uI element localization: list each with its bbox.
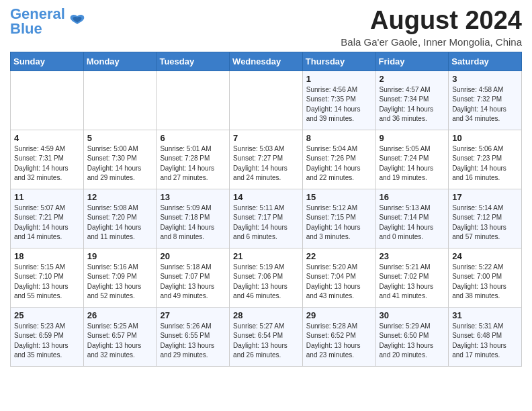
day-info: Sunrise: 5:08 AM Sunset: 7:20 PM Dayligh… (87, 203, 153, 242)
logo-bird-icon (68, 12, 87, 31)
calendar-cell: 7Sunrise: 5:03 AM Sunset: 7:27 PM Daylig… (230, 130, 303, 189)
day-info: Sunrise: 5:20 AM Sunset: 7:04 PM Dayligh… (306, 263, 372, 302)
day-number: 13 (160, 192, 226, 202)
weekday-header-wednesday: Wednesday (230, 52, 303, 71)
day-info: Sunrise: 5:00 AM Sunset: 7:30 PM Dayligh… (87, 144, 153, 183)
calendar-cell: 8Sunrise: 5:04 AM Sunset: 7:26 PM Daylig… (302, 130, 375, 189)
calendar-cell: 30Sunrise: 5:29 AM Sunset: 6:50 PM Dayli… (375, 307, 449, 366)
calendar-cell: 28Sunrise: 5:27 AM Sunset: 6:54 PM Dayli… (230, 307, 303, 366)
calendar-week-3: 11Sunrise: 5:07 AM Sunset: 7:21 PM Dayli… (11, 189, 522, 248)
calendar-cell: 3Sunrise: 4:58 AM Sunset: 7:32 PM Daylig… (449, 71, 522, 130)
day-info: Sunrise: 5:06 AM Sunset: 7:23 PM Dayligh… (452, 144, 518, 183)
day-info: Sunrise: 5:21 AM Sunset: 7:02 PM Dayligh… (380, 263, 445, 302)
day-number: 11 (14, 192, 80, 202)
day-number: 31 (452, 310, 518, 320)
day-info: Sunrise: 5:13 AM Sunset: 7:14 PM Dayligh… (380, 203, 445, 242)
calendar-week-2: 4Sunrise: 4:59 AM Sunset: 7:31 PM Daylig… (11, 130, 522, 189)
day-info: Sunrise: 4:57 AM Sunset: 7:34 PM Dayligh… (380, 85, 445, 124)
day-number: 30 (380, 310, 445, 320)
day-info: Sunrise: 5:18 AM Sunset: 7:07 PM Dayligh… (160, 263, 226, 302)
title-area: August 2024 Bala Ga'er Gaole, Inner Mong… (341, 7, 522, 48)
weekday-header-friday: Friday (375, 52, 449, 71)
day-number: 16 (380, 192, 445, 202)
day-info: Sunrise: 5:25 AM Sunset: 6:57 PM Dayligh… (87, 322, 153, 361)
calendar-cell: 9Sunrise: 5:05 AM Sunset: 7:24 PM Daylig… (375, 130, 449, 189)
calendar-cell: 2Sunrise: 4:57 AM Sunset: 7:34 PM Daylig… (375, 71, 449, 130)
day-number: 22 (306, 251, 372, 261)
calendar-cell (11, 71, 84, 130)
weekday-header-thursday: Thursday (302, 52, 375, 71)
calendar-cell (230, 71, 303, 130)
day-info: Sunrise: 5:22 AM Sunset: 7:00 PM Dayligh… (452, 263, 518, 302)
day-info: Sunrise: 5:29 AM Sunset: 6:50 PM Dayligh… (380, 322, 445, 361)
day-number: 17 (452, 192, 518, 202)
calendar-table: SundayMondayTuesdayWednesdayThursdayFrid… (10, 52, 522, 367)
day-info: Sunrise: 5:07 AM Sunset: 7:21 PM Dayligh… (14, 203, 80, 242)
calendar-cell: 17Sunrise: 5:14 AM Sunset: 7:12 PM Dayli… (449, 189, 522, 248)
weekday-header-saturday: Saturday (449, 52, 522, 71)
calendar-cell: 24Sunrise: 5:22 AM Sunset: 7:00 PM Dayli… (449, 248, 522, 307)
day-info: Sunrise: 4:58 AM Sunset: 7:32 PM Dayligh… (452, 85, 518, 124)
calendar-cell: 23Sunrise: 5:21 AM Sunset: 7:02 PM Dayli… (375, 248, 449, 307)
day-number: 28 (233, 310, 299, 320)
day-info: Sunrise: 5:09 AM Sunset: 7:18 PM Dayligh… (160, 203, 226, 242)
calendar-cell: 14Sunrise: 5:11 AM Sunset: 7:17 PM Dayli… (230, 189, 303, 248)
calendar-cell: 16Sunrise: 5:13 AM Sunset: 7:14 PM Dayli… (375, 189, 449, 248)
day-info: Sunrise: 5:01 AM Sunset: 7:28 PM Dayligh… (160, 144, 226, 183)
day-info: Sunrise: 4:59 AM Sunset: 7:31 PM Dayligh… (14, 144, 80, 183)
calendar-cell: 27Sunrise: 5:26 AM Sunset: 6:55 PM Dayli… (157, 307, 230, 366)
day-number: 19 (87, 251, 153, 261)
day-number: 18 (14, 251, 80, 261)
calendar-cell: 13Sunrise: 5:09 AM Sunset: 7:18 PM Dayli… (157, 189, 230, 248)
day-info: Sunrise: 5:15 AM Sunset: 7:10 PM Dayligh… (14, 263, 80, 302)
logo: General Blue (10, 7, 87, 36)
calendar-cell (157, 71, 230, 130)
day-info: Sunrise: 5:11 AM Sunset: 7:17 PM Dayligh… (233, 203, 299, 242)
calendar-week-1: 1Sunrise: 4:56 AM Sunset: 7:35 PM Daylig… (11, 71, 522, 130)
weekday-header-sunday: Sunday (11, 52, 84, 71)
calendar-week-4: 18Sunrise: 5:15 AM Sunset: 7:10 PM Dayli… (11, 248, 522, 307)
day-info: Sunrise: 5:16 AM Sunset: 7:09 PM Dayligh… (87, 263, 153, 302)
day-info: Sunrise: 5:27 AM Sunset: 6:54 PM Dayligh… (233, 322, 299, 361)
day-number: 7 (233, 133, 299, 143)
day-info: Sunrise: 5:26 AM Sunset: 6:55 PM Dayligh… (160, 322, 226, 361)
day-number: 15 (306, 192, 372, 202)
day-info: Sunrise: 5:05 AM Sunset: 7:24 PM Dayligh… (380, 144, 445, 183)
day-number: 21 (233, 251, 299, 261)
day-info: Sunrise: 5:03 AM Sunset: 7:27 PM Dayligh… (233, 144, 299, 183)
day-info: Sunrise: 5:23 AM Sunset: 6:59 PM Dayligh… (14, 322, 80, 361)
calendar-cell: 31Sunrise: 5:31 AM Sunset: 6:48 PM Dayli… (449, 307, 522, 366)
calendar-cell: 6Sunrise: 5:01 AM Sunset: 7:28 PM Daylig… (157, 130, 230, 189)
calendar-cell: 4Sunrise: 4:59 AM Sunset: 7:31 PM Daylig… (11, 130, 84, 189)
day-number: 3 (452, 74, 518, 84)
calendar-cell: 1Sunrise: 4:56 AM Sunset: 7:35 PM Daylig… (302, 71, 375, 130)
calendar-cell: 29Sunrise: 5:28 AM Sunset: 6:52 PM Dayli… (302, 307, 375, 366)
weekday-header-monday: Monday (83, 52, 157, 71)
calendar-cell: 10Sunrise: 5:06 AM Sunset: 7:23 PM Dayli… (449, 130, 522, 189)
day-info: Sunrise: 5:28 AM Sunset: 6:52 PM Dayligh… (306, 322, 372, 361)
day-number: 23 (380, 251, 445, 261)
day-info: Sunrise: 5:19 AM Sunset: 7:06 PM Dayligh… (233, 263, 299, 302)
calendar-cell: 19Sunrise: 5:16 AM Sunset: 7:09 PM Dayli… (83, 248, 157, 307)
day-number: 9 (380, 133, 445, 143)
calendar-cell: 18Sunrise: 5:15 AM Sunset: 7:10 PM Dayli… (11, 248, 84, 307)
logo-line2: Blue (10, 20, 42, 37)
day-info: Sunrise: 5:12 AM Sunset: 7:15 PM Dayligh… (306, 203, 372, 242)
weekday-header-row: SundayMondayTuesdayWednesdayThursdayFrid… (11, 52, 522, 71)
day-number: 24 (452, 251, 518, 261)
calendar-cell: 15Sunrise: 5:12 AM Sunset: 7:15 PM Dayli… (302, 189, 375, 248)
calendar-cell: 21Sunrise: 5:19 AM Sunset: 7:06 PM Dayli… (230, 248, 303, 307)
day-number: 26 (87, 310, 153, 320)
day-number: 1 (306, 74, 372, 84)
calendar-cell: 20Sunrise: 5:18 AM Sunset: 7:07 PM Dayli… (157, 248, 230, 307)
calendar-cell: 22Sunrise: 5:20 AM Sunset: 7:04 PM Dayli… (302, 248, 375, 307)
calendar-cell: 11Sunrise: 5:07 AM Sunset: 7:21 PM Dayli… (11, 189, 84, 248)
day-number: 25 (14, 310, 80, 320)
day-number: 29 (306, 310, 372, 320)
day-number: 5 (87, 133, 153, 143)
calendar-subtitle: Bala Ga'er Gaole, Inner Mongolia, China (341, 36, 522, 48)
day-number: 4 (14, 133, 80, 143)
weekday-header-tuesday: Tuesday (157, 52, 230, 71)
day-number: 14 (233, 192, 299, 202)
day-number: 10 (452, 133, 518, 143)
